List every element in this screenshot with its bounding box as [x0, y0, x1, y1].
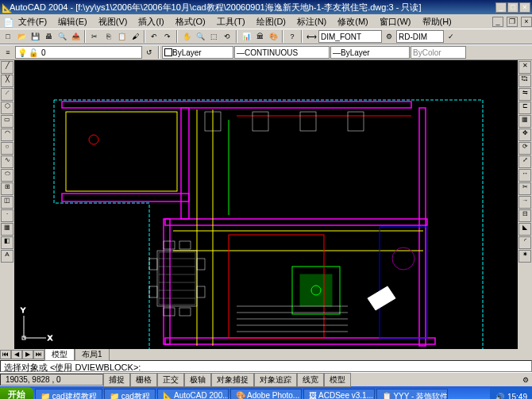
offset-icon[interactable]: ⊏: [519, 102, 531, 114]
start-button[interactable]: 开始: [0, 387, 33, 399]
tab-prev-icon[interactable]: ◀: [11, 350, 22, 359]
system-tray[interactable]: 🔊 15:49: [490, 387, 532, 399]
point-icon[interactable]: ·: [1, 209, 13, 222]
layer-mgr-icon[interactable]: ≡: [2, 46, 14, 59]
stretch-icon[interactable]: ↔: [519, 169, 531, 182]
doc-minimize-button[interactable]: _: [492, 17, 503, 27]
otrack-button[interactable]: 对象追踪: [254, 373, 297, 387]
tab-last-icon[interactable]: ⏭: [33, 350, 44, 359]
ortho-button[interactable]: 正交: [157, 373, 184, 387]
close-button[interactable]: ×: [519, 2, 530, 13]
menu-help[interactable]: 帮助(H): [418, 15, 456, 29]
tab-layout1[interactable]: 布局1: [75, 348, 110, 361]
zoom-rt-icon[interactable]: 🔍: [194, 30, 206, 43]
dim2-icon[interactable]: ✓: [445, 30, 457, 43]
task-item-5[interactable]: 📋 YYY - 装饰软件: [376, 389, 448, 399]
minimize-button[interactable]: _: [495, 2, 507, 13]
circle-icon[interactable]: ○: [1, 142, 13, 155]
menu-tools[interactable]: 工具(T): [213, 15, 249, 29]
command-line[interactable]: 选择对象或 <使用 DVIEWBLOCK>:: [0, 360, 532, 372]
menu-file[interactable]: 文件(F): [14, 15, 51, 29]
publish-icon[interactable]: 📤: [69, 30, 82, 43]
line-icon[interactable]: ╱: [1, 61, 13, 74]
menu-modify[interactable]: 修改(M): [333, 15, 372, 29]
insert-icon[interactable]: ⊞: [1, 182, 13, 195]
menu-edit[interactable]: 编辑(E): [54, 15, 91, 29]
extend-icon[interactable]: →: [519, 196, 531, 209]
copy-icon[interactable]: ⎘: [102, 30, 114, 43]
menu-window[interactable]: 窗口(W): [376, 15, 415, 29]
polar-button[interactable]: 极轴: [184, 373, 211, 387]
props-icon[interactable]: 📊: [240, 30, 253, 43]
osnap-button[interactable]: 对象捕捉: [211, 373, 254, 387]
menu-insert[interactable]: 插入(I): [134, 15, 168, 29]
polygon-icon[interactable]: ⬡: [1, 102, 13, 114]
help-icon[interactable]: ?: [286, 30, 299, 43]
zoom-prev-icon[interactable]: ⟲: [221, 30, 233, 43]
task-item-3[interactable]: 🎨 Adobe Photo...: [230, 389, 302, 399]
tab-model[interactable]: 模型: [44, 348, 75, 361]
explode-icon[interactable]: ✷: [519, 250, 531, 263]
modelspace-button[interactable]: 模型: [324, 373, 351, 387]
break-icon[interactable]: ⊟: [519, 209, 531, 222]
menu-draw[interactable]: 绘图(D): [253, 15, 290, 29]
task-item-0[interactable]: 📁 cad建模教程: [35, 389, 102, 399]
task-item-2[interactable]: 📐 AutoCAD 200...: [157, 389, 229, 399]
snap-button[interactable]: 捕捉: [103, 373, 130, 387]
menu-format[interactable]: 格式(O): [172, 15, 210, 29]
linetype-combo[interactable]: — CONTINUOUS: [234, 46, 330, 59]
print-icon[interactable]: 🖶: [42, 30, 55, 43]
plotstyle-combo[interactable]: ByColor: [411, 46, 466, 59]
copy2-icon[interactable]: ⿻: [519, 75, 531, 87]
hatch-icon[interactable]: ▦: [1, 223, 13, 236]
tab-next-icon[interactable]: ▶: [22, 350, 33, 359]
xline-icon[interactable]: ╳: [1, 75, 13, 87]
spline-icon[interactable]: ∿: [1, 155, 13, 168]
tray-icon[interactable]: 🔊: [495, 393, 504, 400]
menu-dim[interactable]: 标注(N): [293, 15, 330, 29]
dimstyle-combo[interactable]: DIM_FONT: [318, 30, 382, 43]
dimstyle2-combo[interactable]: RD-DIM: [396, 30, 444, 43]
move-icon[interactable]: ✥: [519, 129, 531, 141]
new-icon[interactable]: □: [2, 30, 14, 43]
rotate-icon[interactable]: ⟳: [519, 142, 531, 155]
arc-icon[interactable]: ◠: [1, 129, 13, 141]
paste-icon[interactable]: 📋: [115, 30, 128, 43]
toolpal-icon[interactable]: 🎨: [267, 30, 279, 43]
trim-icon[interactable]: ✂: [519, 182, 531, 195]
layer-combo[interactable]: 💡🔓0: [15, 46, 142, 59]
match-icon[interactable]: 🖌: [129, 30, 141, 43]
mirror-icon[interactable]: ⇋: [519, 88, 531, 101]
erase-icon[interactable]: ✕: [519, 61, 531, 74]
rect-icon[interactable]: ▭: [1, 115, 13, 128]
chamfer-icon[interactable]: ◣: [519, 223, 531, 236]
preview-icon[interactable]: 🔍: [56, 30, 68, 43]
dimstyle-icon[interactable]: ⚙: [383, 30, 395, 43]
dim-icon[interactable]: ⟷: [305, 30, 318, 43]
fillet-icon[interactable]: ◜: [519, 236, 531, 249]
menu-view[interactable]: 视图(V): [94, 15, 132, 29]
task-item-4[interactable]: 🖼 ACDSee v3.1...: [303, 389, 375, 399]
redo-icon[interactable]: ↷: [161, 30, 174, 43]
scale-icon[interactable]: ⤢: [519, 155, 531, 168]
lineweight-combo[interactable]: — ByLayer: [330, 46, 410, 59]
pan-icon[interactable]: ✋: [180, 30, 193, 43]
dcenter-icon[interactable]: 🏛: [253, 30, 266, 43]
statustray-icon[interactable]: ⚙: [519, 374, 532, 386]
layer-prev-icon[interactable]: ↺: [143, 46, 156, 59]
pline-icon[interactable]: ⟋: [1, 88, 13, 101]
lwt-button[interactable]: 线宽: [297, 373, 324, 387]
zoom-win-icon[interactable]: ⬚: [207, 30, 220, 43]
region-icon[interactable]: ◧: [1, 236, 13, 249]
maximize-button[interactable]: □: [507, 2, 519, 13]
array-icon[interactable]: ▦: [519, 115, 531, 128]
doc-close-button[interactable]: ×: [521, 17, 532, 27]
text-icon[interactable]: A: [1, 250, 13, 263]
grid-button[interactable]: 栅格: [130, 373, 157, 387]
open-icon[interactable]: 📂: [15, 30, 28, 43]
block-icon[interactable]: ◫: [1, 196, 13, 209]
doc-restore-button[interactable]: ❐: [507, 17, 518, 27]
ellipse-icon[interactable]: ⬭: [1, 169, 13, 182]
tab-first-icon[interactable]: ⏮: [0, 350, 11, 359]
color-combo[interactable]: ByLayer: [162, 46, 233, 59]
